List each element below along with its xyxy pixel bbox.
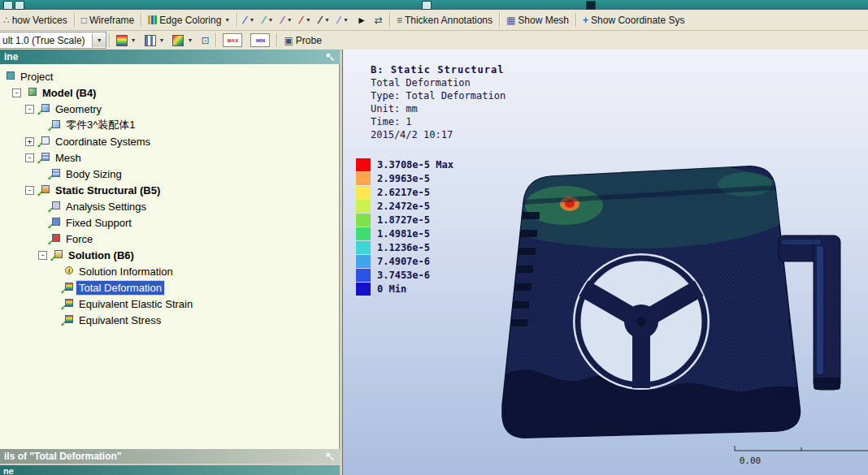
tree-item-part[interactable]: ✓ 零件3^装配体1 [0, 117, 339, 133]
total-deformation-icon: ✓ [61, 282, 74, 293]
tree-item-label: Solution Information [76, 265, 176, 279]
window-icon [3, 1, 13, 10]
annotation-line: Total Deformation [371, 76, 506, 89]
pin-icon[interactable] [325, 451, 335, 461]
model-icon [24, 87, 37, 98]
swap-edges-button[interactable]: ⇄ [371, 14, 387, 27]
result-scale-combobox[interactable]: ult 1.0 (True Scale) ▼ [0, 32, 106, 49]
geometry-viewport[interactable]: 0.00 B: Static Structural Total Deformat… [342, 50, 868, 475]
vertices-icon: ∴ [3, 15, 10, 25]
edge-option-3-button[interactable]: ∕▼ [278, 14, 297, 27]
dropdown-arrow-icon: ▼ [187, 37, 193, 43]
app-window: { "toolbar_graphics": { "show_vertices":… [0, 0, 868, 475]
edges-display-cube-icon [172, 35, 184, 46]
tree-item-label: Fixed Support [63, 216, 134, 230]
edge-direction-icon: ∕ [338, 15, 340, 25]
scoping-icon: ⊡ [201, 36, 209, 45]
tree-item-geometry[interactable]: - ✓ Geometry [0, 101, 339, 117]
details-header-label: ils of "Total Deformation" [4, 451, 122, 462]
tree-item-equivalent-stress[interactable]: ✓ Equivalent Stress [0, 312, 339, 328]
collapse-expander[interactable]: - [25, 105, 34, 114]
tree-item-label: Equivalent Stress [76, 313, 163, 327]
legend-swatch [356, 186, 371, 199]
scoping-button[interactable]: ⊡ [197, 34, 213, 47]
tree-item-total-deformation[interactable]: ✓ Total Deformation [0, 279, 339, 296]
show-vertices-button[interactable]: ∴ how Vertices [0, 13, 72, 28]
part-body-icon: ✓ [48, 119, 61, 131]
combo-dropdown-button[interactable]: ▼ [92, 33, 106, 47]
legend-value: 7.4907e-6 [377, 256, 430, 267]
edges-display-button[interactable]: ▼ [168, 33, 197, 48]
toolbar-overflow-icon-2 [586, 1, 596, 10]
edge-option-6-button[interactable]: ∕▼ [334, 14, 353, 27]
collapse-expander[interactable]: - [38, 251, 47, 260]
edge-option-5-button[interactable]: ∕▼ [315, 14, 334, 27]
legend-value: 1.8727e-5 [377, 214, 430, 226]
edge-coloring-icon [148, 15, 157, 24]
collapse-expander[interactable]: - [25, 186, 34, 195]
max-flag-icon: MAX [223, 33, 242, 47]
wireframe-button[interactable]: □ Wireframe [77, 13, 139, 28]
legend-row: 1.1236e-5 [356, 240, 454, 254]
tree-item-body-sizing[interactable]: ✓ Body Sizing [0, 166, 339, 182]
tree-item-static-structural[interactable]: - ✓ Static Structural (B5) [0, 182, 339, 198]
menu-icon [15, 1, 24, 10]
edge-coloring-button[interactable]: Edge Coloring ▼ [144, 13, 234, 28]
tree-item-label: Coordinate Systems [53, 135, 153, 149]
separator [499, 13, 500, 27]
edge-option-2-button[interactable]: ∕▼ [258, 14, 277, 27]
legend-value: 3.3708e-5 Max [377, 159, 454, 171]
collapse-expander[interactable]: - [25, 153, 34, 162]
min-flag-icon: MIN [250, 33, 270, 47]
edge-option-1-button[interactable]: ∕▼ [240, 14, 258, 27]
tree-item-mesh[interactable]: - ✓ Mesh [0, 149, 339, 166]
max-label: MAX [228, 38, 238, 43]
tree-item-solution-information[interactable]: i Solution Information [0, 263, 339, 279]
ruler-zero-label: 0.00 [740, 456, 762, 466]
tree-item-analysis-settings[interactable]: ✓ Analysis Settings [0, 198, 339, 214]
min-annotation-button[interactable]: MIN [246, 32, 274, 49]
max-annotation-button[interactable]: MAX [219, 32, 246, 49]
edge-direction-icon: ∕ [244, 15, 245, 25]
wireframe-label: Wireframe [89, 15, 134, 26]
dropdown-arrow-icon: ▼ [343, 17, 349, 23]
show-mesh-button[interactable]: ▦ Show Mesh [502, 13, 573, 28]
geometry-icon: ✓ [37, 103, 50, 114]
legend-row: 1.4981e-5 [356, 227, 454, 240]
thicken-annotations-label: Thicken Annotations [405, 15, 493, 26]
contour-legend: 3.3708e-5 Max 2.9963e-5 2.6217e-5 2.2472… [356, 158, 454, 296]
separator [237, 13, 237, 27]
dropdown-arrow-icon: ▼ [287, 17, 293, 23]
tree-item-project[interactable]: Project [0, 68, 339, 84]
legend-swatch [356, 255, 371, 268]
legend-value: 2.2472e-5 [377, 201, 430, 212]
contour-bands-button[interactable]: ▼ [141, 33, 169, 48]
expand-expander[interactable]: + [25, 137, 34, 146]
tree-item-equivalent-elastic-strain[interactable]: ✓ Equivalent Elastic Strain [0, 296, 339, 312]
collapse-expander[interactable]: - [12, 89, 21, 97]
legend-value: 2.6217e-5 [377, 187, 430, 198]
tree-item-coordinate-systems[interactable]: + ✓ Coordinate Systems [0, 133, 339, 149]
tree-item-solution[interactable]: - ✓ Solution (B6) [0, 247, 339, 263]
tree-item-force[interactable]: ✓ Force [0, 231, 339, 247]
tree-item-fixed-support[interactable]: ✓ Fixed Support [0, 214, 339, 231]
pin-icon[interactable] [325, 52, 335, 62]
outline-header-label: ine [4, 51, 18, 63]
equivalent-stress-icon: ✓ [61, 314, 74, 326]
probe-button[interactable]: ▣ Probe [280, 33, 325, 48]
probe-icon: ▣ [284, 36, 293, 45]
show-coordinate-systems-button[interactable]: + Show Coordinate Sys [579, 13, 688, 28]
separator [215, 33, 216, 47]
probe-label: Probe [296, 35, 322, 46]
edge-option-4-button[interactable]: ∕▼ [297, 14, 315, 27]
mesh-icon: ✓ [37, 152, 50, 163]
tree-item-model[interactable]: - Model (B4) [0, 84, 339, 101]
geometry-display-button[interactable]: ▼ [112, 33, 141, 48]
project-icon [2, 71, 15, 82]
window-title-strip [0, 0, 868, 10]
legend-value: 3.7453e-6 [377, 270, 430, 281]
separator [141, 13, 141, 27]
thicken-annotations-button[interactable]: ≡ Thicken Annotations [393, 13, 497, 28]
dropdown-arrow-icon: ▼ [306, 17, 311, 23]
direction-arrow-button[interactable]: ► [353, 14, 371, 27]
